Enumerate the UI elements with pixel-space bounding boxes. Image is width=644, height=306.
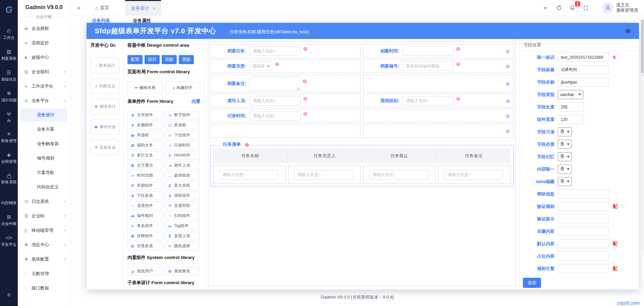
component-transfer[interactable]: Æ穿梭组件 bbox=[127, 232, 162, 240]
empty-cell[interactable] bbox=[363, 75, 514, 92]
remove-row-icon[interactable] bbox=[505, 49, 510, 54]
config-button[interactable]: 配置 bbox=[127, 55, 143, 64]
field-length-input[interactable] bbox=[558, 102, 584, 112]
list-define-button[interactable]: ♫列表定义 bbox=[91, 78, 119, 94]
archive-note-textarea[interactable] bbox=[250, 77, 300, 91]
component-hyperlink[interactable]: ↔超级链接 bbox=[165, 171, 200, 180]
placeholder-content-input[interactable] bbox=[558, 252, 609, 261]
scrollbar-thumb[interactable] bbox=[641, 19, 644, 73]
canvas-dropzone[interactable]: 档案任务: 创建时间: 档案负责:请选择 档案编号: 档案备注: 填写人员: 填… bbox=[208, 42, 516, 286]
remove-field-icon[interactable] bbox=[303, 111, 308, 116]
configure-link[interactable]: 配 bbox=[613, 204, 618, 210]
rail-item-finance-mgmt[interactable]: ✳财务管理 bbox=[1, 131, 17, 143]
tab-home[interactable]: ⌂首页 bbox=[95, 5, 109, 11]
label-hidden-select[interactable]: 否 bbox=[558, 177, 572, 186]
remove-field-icon[interactable] bbox=[303, 46, 308, 51]
validate-tip-input[interactable] bbox=[558, 214, 609, 223]
rail-item-dev-platform[interactable]: </>开发平台 bbox=[1, 235, 17, 247]
sidebar-item-org[interactable]: Ɋ企业组织▾ bbox=[18, 64, 70, 79]
archive-number-input[interactable] bbox=[402, 61, 453, 71]
task-list-subtable[interactable]: 任务清单 任务名称 任务负责人 任务截止 任务备注 bbox=[210, 145, 514, 186]
field-create-time[interactable]: 创建时间: bbox=[363, 44, 514, 58]
sidebar-item-enterprise-bi[interactable]: ☰企业BI▾ bbox=[18, 209, 70, 223]
sidebar-item-business-plan[interactable]: 业务方案 bbox=[18, 122, 70, 136]
empty-cell[interactable] bbox=[210, 124, 361, 138]
sidebar-item-api-data[interactable]: ◌接口数据 bbox=[18, 281, 70, 295]
rail-item-demo[interactable]: ❄演示功能 bbox=[1, 90, 17, 103]
remove-subtable-icon[interactable] bbox=[245, 142, 249, 147]
rail-item-ai[interactable]: ΨAi bbox=[7, 111, 11, 123]
task-note-input[interactable] bbox=[444, 170, 503, 179]
task-name-input[interactable] bbox=[219, 170, 278, 179]
remove-field-icon[interactable] bbox=[456, 61, 461, 67]
remove-field-icon[interactable] bbox=[303, 96, 308, 101]
rail-item-archive[interactable]: ▥档案系统 bbox=[1, 49, 17, 61]
component-color-picker[interactable]: ✎颜色选择 bbox=[165, 242, 200, 250]
remove-row-icon[interactable] bbox=[505, 64, 510, 69]
sidebar-item-auth[interactable]: ⇄企业授权 bbox=[18, 21, 70, 36]
task-name-cell[interactable] bbox=[213, 166, 286, 184]
rail-item-enterprise-hub[interactable]: ⊞企业中枢 bbox=[1, 214, 17, 226]
field-archive-number[interactable]: 档案编号: bbox=[363, 59, 514, 73]
notifications-bell-icon[interactable]: 1 bbox=[566, 5, 579, 11]
event-dev-button[interactable]: ♚事件开发 bbox=[91, 119, 119, 135]
required-select[interactable]: 否 bbox=[558, 140, 572, 149]
fullscreen-icon[interactable] bbox=[579, 5, 592, 10]
rail-item-finance-sys[interactable]: 财务系统 bbox=[1, 173, 17, 185]
grid-layout-button[interactable]: ↭栅格布局 bbox=[127, 82, 163, 94]
close-tab-icon[interactable]: × bbox=[153, 6, 155, 11]
script-design-button[interactable]: ★脚本设计 bbox=[91, 99, 119, 114]
component-progress[interactable]: ~进度组件 bbox=[127, 202, 162, 210]
remove-row-icon[interactable] bbox=[505, 129, 510, 134]
unique-content-select[interactable]: 否 bbox=[558, 165, 572, 174]
component-drill-multiselect[interactable]: Đ穿透多选 bbox=[127, 242, 162, 250]
sidebar-item-process-monitor[interactable]: ∿流程监控 bbox=[18, 36, 70, 50]
field-title-input[interactable] bbox=[558, 65, 609, 74]
component-signature[interactable]: ≻签名组件 bbox=[127, 222, 162, 230]
component-helper-text[interactable]: Æ辅助文本 bbox=[127, 141, 162, 149]
component-time-range[interactable]: ≈时间范围 bbox=[127, 171, 162, 180]
create-time-input[interactable] bbox=[402, 46, 453, 56]
field-record-time[interactable]: 记录时间: bbox=[210, 109, 361, 123]
filler-input[interactable] bbox=[250, 96, 301, 105]
field-type-select[interactable]: varchar bbox=[558, 90, 583, 99]
remove-field-icon[interactable] bbox=[275, 61, 279, 67]
component-rich-text[interactable]: E富文本框 bbox=[165, 181, 200, 190]
component-checkbox[interactable]: ☑多选框 bbox=[165, 121, 200, 129]
task-deadline-input[interactable] bbox=[369, 170, 428, 179]
component-radio[interactable]: ◉单选框 bbox=[127, 131, 162, 139]
rule-engine-input[interactable] bbox=[558, 264, 609, 273]
sidebar-item-custom-code[interactable]: 代码自定义 bbox=[18, 180, 70, 194]
task-owner-input[interactable] bbox=[294, 170, 353, 179]
rail-item-base-info[interactable]: ☰基础信息 bbox=[1, 70, 17, 82]
remove-field-icon[interactable] bbox=[456, 96, 461, 101]
archive-owner-select[interactable]: 请选择 bbox=[250, 61, 272, 71]
sidebar-item-meta-mgmt[interactable]: ◌元数管理 bbox=[18, 266, 70, 281]
component-single-image[interactable]: P单图组件 bbox=[127, 181, 162, 190]
field-save-button[interactable]: 保存 bbox=[523, 278, 541, 288]
component-multi-image[interactable]: Ê多图上传 bbox=[165, 232, 200, 240]
readonly-select[interactable]: 否 bbox=[558, 127, 572, 136]
component-system-role[interactable]: Θ系统角色 bbox=[165, 267, 200, 275]
suffix-content-input[interactable] bbox=[558, 227, 609, 236]
rail-collapse-icon[interactable]: ≡ bbox=[7, 292, 11, 299]
modal-close-icon[interactable]: ⊗ bbox=[625, 28, 631, 34]
component-drill-help[interactable]: ↷穿透帮助 bbox=[165, 202, 200, 210]
refresh-button[interactable]: 刷新 bbox=[162, 55, 177, 64]
save-button[interactable]: 保存 bbox=[145, 55, 160, 64]
task-deadline-cell[interactable] bbox=[363, 166, 436, 184]
record-time-input[interactable] bbox=[250, 111, 301, 121]
field-filler[interactable]: 填写人员: bbox=[210, 94, 361, 107]
build-assistant-button[interactable]: ς构建助手 bbox=[165, 82, 201, 94]
sidebar-item-workflow[interactable]: ∿工作流平台▾ bbox=[18, 79, 70, 93]
sidebar-item-super-center[interactable]: ●超级中心 bbox=[18, 50, 70, 64]
tab-business-design[interactable]: 业务设计× bbox=[125, 0, 161, 16]
component-datetime[interactable]: ◑日期时间 bbox=[165, 141, 200, 149]
install-generate-button[interactable]: ✳安装生成 bbox=[91, 140, 119, 155]
refresh-icon[interactable] bbox=[552, 5, 566, 11]
sidebar-item-business-platform[interactable]: ⊙业务平台▾ bbox=[18, 93, 70, 108]
help-info-input[interactable] bbox=[558, 189, 609, 199]
component-number[interactable]: ½数字组件 bbox=[165, 111, 200, 119]
component-width-input[interactable] bbox=[558, 115, 584, 124]
component-amount[interactable]: ¥金额组件 bbox=[127, 121, 162, 129]
